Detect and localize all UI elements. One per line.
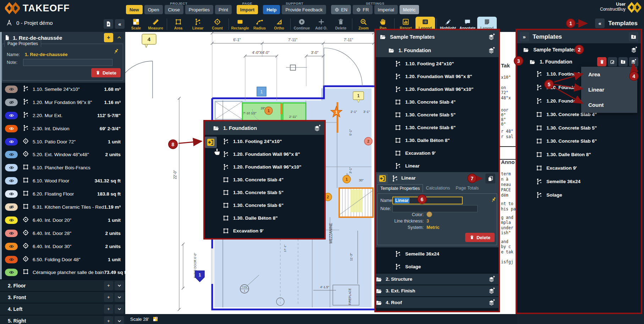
new-folder-button[interactable] (629, 32, 638, 42)
template-item[interactable]: Semeille 36x24 (376, 247, 499, 260)
visibility-icon[interactable] (5, 138, 18, 145)
measurement-row[interactable]: 5.20. Ext. Window 48"x48"2 units (0, 148, 125, 161)
add-template-icon[interactable] (488, 299, 496, 306)
add-template-icon[interactable] (488, 33, 496, 41)
template-note-input[interactable] (392, 205, 478, 212)
sample-templates-header[interactable]: Sample Templates (376, 30, 499, 44)
visibility-icon[interactable] (5, 125, 18, 132)
page-row-5-right[interactable]: 5. Right+ (0, 315, 125, 324)
template-thickness-value[interactable]: 3 (426, 219, 429, 224)
tool-ortho[interactable]: Ortho (269, 17, 289, 32)
visibility-off-icon[interactable] (5, 203, 18, 211)
constructbuy-diamond-icon[interactable] (628, 2, 641, 13)
template-item[interactable]: Excavation 9' (517, 161, 641, 175)
visibility-icon[interactable] (5, 256, 18, 263)
visibility-icon[interactable] (5, 151, 18, 158)
template-item[interactable]: 1.20. Foundation Wall 96"x10" (376, 83, 499, 95)
template-item[interactable]: Semeille 36x24 (517, 175, 641, 188)
tool-scale[interactable]: Scale (126, 17, 146, 32)
folder-row-4-roof[interactable]: 4. Roof (376, 296, 499, 308)
page-name-value[interactable]: 1. Rez-de-chaussée (25, 52, 68, 57)
collapse-sidebar-button[interactable]: « (115, 19, 125, 29)
visibility-icon[interactable] (5, 86, 18, 93)
edit-folder-button[interactable] (608, 57, 617, 66)
visibility-icon[interactable] (5, 164, 18, 171)
template-system-value[interactable]: Metric (426, 225, 440, 230)
template-name-input[interactable]: Linear (392, 197, 463, 204)
new-button[interactable]: New (126, 5, 143, 14)
add-template-icon[interactable] (631, 46, 638, 54)
tab-template-properties[interactable]: Template Properties (377, 184, 423, 192)
scale-label[interactable]: Scale 28' (130, 317, 149, 322)
template-item[interactable]: 1.30. Concrete Slab 5" (376, 108, 499, 121)
add-template-icon[interactable] (314, 124, 321, 132)
tool-add-o-[interactable]: Add O. (312, 17, 331, 32)
add-measurement-button[interactable]: + (104, 281, 113, 290)
page-row-4-left[interactable]: 4. Left+ (0, 303, 125, 314)
template-item[interactable]: 1.20. Foundation Wall 96"x 8" (205, 148, 324, 160)
help-button[interactable]: Help (263, 5, 280, 14)
properties-button[interactable]: Properties (185, 5, 213, 14)
add-template-button[interactable] (629, 57, 638, 66)
new-page-button[interactable] (104, 19, 113, 29)
expand-page-button[interactable] (115, 316, 124, 324)
tool-rectangle[interactable]: Rectangle (230, 17, 250, 32)
add-measurement-button[interactable]: + (104, 293, 113, 302)
measurement-row[interactable]: 2.20. Mur Ext.112' 5-7/8" (0, 109, 125, 122)
add-template-icon[interactable] (488, 287, 496, 295)
marker-pentagon[interactable]: 1 (195, 271, 204, 282)
visibility-icon[interactable] (5, 230, 18, 237)
scale-icon[interactable] (153, 316, 158, 322)
en-button[interactable]: EN (331, 5, 351, 14)
close-button[interactable]: Close (165, 5, 183, 14)
import-button[interactable]: Import (237, 5, 258, 14)
fr-button[interactable]: FR (353, 5, 372, 14)
measurement-row[interactable]: 6.50. Folding Door 48"1 unit (0, 253, 125, 266)
marker-square[interactable]: 1 (257, 87, 266, 96)
template-item[interactable]: 1.20. Foundation Wall 96"x 8" (376, 70, 499, 83)
visibility-icon[interactable] (5, 216, 18, 224)
visibility-icon[interactable] (5, 243, 18, 250)
popup-header[interactable]: 1. Foundation (205, 121, 324, 135)
marker-circle[interactable]: 1 (343, 175, 351, 183)
provide-feedback-button[interactable]: Provide Feedback (282, 5, 326, 14)
measurement-row[interactable]: 5.10. Patio Door 72"1 unit (0, 135, 125, 148)
duplicate-template-button[interactable] (485, 174, 495, 183)
pin-icon[interactable] (490, 197, 497, 203)
template-item[interactable]: 1.20. Foundation Wall 96"x10" (205, 160, 324, 173)
new-subfolder-button[interactable] (618, 57, 628, 66)
visibility-off-icon[interactable] (5, 99, 18, 106)
visibility-icon[interactable] (5, 177, 18, 185)
template-item[interactable]: 1.30. Dalle Béton 8" (517, 148, 641, 161)
template-item[interactable]: Excavation 9' (205, 224, 324, 237)
template-item[interactable]: 1.10. Footing 24"x10" (376, 57, 499, 70)
tool-delete[interactable]: Delete (331, 17, 351, 32)
tab-calculations[interactable]: Calculations (423, 184, 453, 192)
measurement-row[interactable]: 6.10. Wood Floor341.32 sq ft (0, 174, 125, 187)
tool-linear[interactable]: Linear (188, 17, 208, 32)
template-item[interactable]: 1.30. Concrete Slab 5" (517, 121, 641, 134)
measurement-row[interactable]: 6.31. Kitchen Ceramic Tiles - Red1.19 m³ (0, 201, 125, 214)
menu-item-linear[interactable]: Linear (581, 82, 637, 97)
tool-continue[interactable]: Continue (292, 17, 312, 32)
folder-row-3-ext-finish[interactable]: 3. Ext. Finish (376, 285, 499, 296)
tool-measure[interactable]: Measure (146, 17, 165, 32)
template-item[interactable]: 1.30. Concrete Slab 6" (376, 121, 499, 134)
measurement-row[interactable]: 6.40. Int. Door 28"2 units (0, 227, 125, 240)
template-item[interactable]: 1.30. Dalle Béton 8" (376, 134, 499, 147)
delete-template-button[interactable]: Delete (465, 233, 495, 242)
measurement-row[interactable]: 1.20. Mur Fondation 96"x 8"1.16 m³ (0, 96, 125, 109)
tool-area[interactable]: Area (169, 17, 188, 32)
collapse-page-button[interactable] (115, 33, 124, 42)
apply-template-chip[interactable] (205, 137, 217, 148)
template-item[interactable]: 1.30. Concrete Slab 4" (205, 173, 324, 186)
page-row-3-front[interactable]: 3. Front+ (0, 291, 125, 303)
template-item[interactable]: Solage (517, 188, 641, 202)
menu-item-count[interactable]: Count (581, 97, 637, 112)
expand-templates-button[interactable]: » (519, 32, 529, 42)
measurement-row[interactable]: Céramique plancher salle de bain73.49 sq… (0, 266, 125, 279)
imperial-button[interactable]: Imperial (374, 5, 398, 14)
marker-circle[interactable]: 2 (364, 137, 372, 145)
template-item[interactable]: Linear (376, 159, 499, 172)
template-item[interactable]: 1.10. Footing 24"x10" (205, 135, 324, 148)
